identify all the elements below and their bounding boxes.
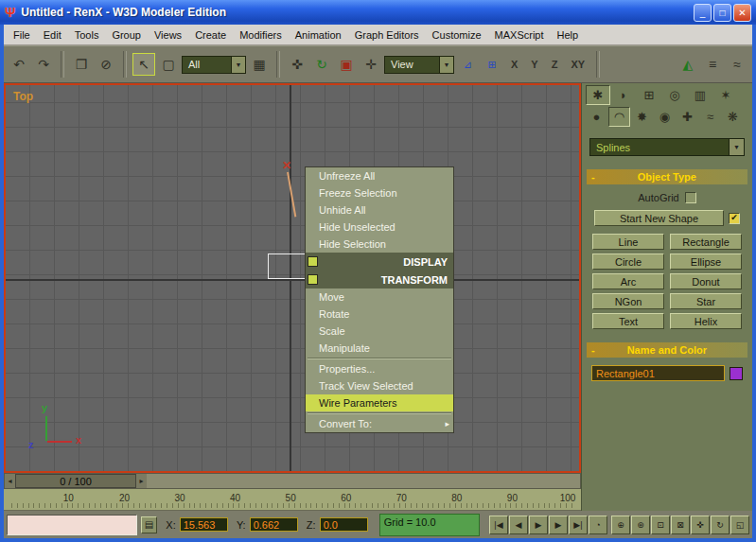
category-shapes-icon[interactable]: ◠ [608, 107, 630, 127]
time-configuration-icon[interactable]: ◔ [589, 516, 607, 534]
helix-button[interactable]: Helix [670, 313, 742, 329]
go-to-start-icon[interactable]: |◀ [489, 516, 508, 534]
mirror-icon[interactable]: ◭ [677, 53, 699, 76]
menu-customize[interactable]: Customize [426, 26, 488, 44]
arc-rotate-icon[interactable]: ↻ [711, 516, 730, 534]
menu-item-convert-to[interactable]: Convert To: ▸ [306, 415, 453, 432]
undo-icon[interactable]: ↶ [8, 53, 30, 76]
select-and-manipulate-icon[interactable]: ✛ [360, 53, 382, 76]
time-slider-left-arrow-icon[interactable]: ◂ [5, 474, 15, 488]
z-coordinate-field[interactable]: 0.0 [320, 517, 368, 532]
minimize-button[interactable]: _ [694, 4, 712, 22]
menu-graph-editors[interactable]: Graph Editors [348, 26, 426, 44]
restrict-x-button[interactable]: X [505, 53, 523, 76]
quad-header-display[interactable]: DISPLAY [306, 253, 453, 271]
mini-listener-icon[interactable]: ▤ [141, 516, 158, 533]
shape-type-dropdown[interactable]: Splines ▼ [589, 138, 745, 156]
restrict-z-button[interactable]: Z [546, 53, 564, 76]
select-object-icon[interactable]: ↖ [132, 53, 155, 76]
pan-icon[interactable]: ✜ [691, 516, 710, 534]
close-button[interactable]: ✕ [733, 4, 751, 22]
menu-help[interactable]: Help [551, 26, 586, 44]
menu-maxscript[interactable]: MAXScript [488, 26, 551, 44]
time-slider[interactable]: ◂ 0 / 100 ▸ [4, 473, 581, 489]
menu-create[interactable]: Create [188, 26, 233, 44]
menu-item-unfreeze-all[interactable]: Unfreeze All [306, 167, 453, 184]
menu-modifiers[interactable]: Modifiers [233, 26, 289, 44]
reference-coordinate-dropdown[interactable]: View ▼ [384, 56, 454, 74]
align-icon[interactable]: ≡ [701, 53, 724, 76]
category-cameras-icon[interactable]: ◉ [654, 107, 676, 127]
zoom-all-icon[interactable]: ⊛ [631, 516, 650, 534]
y-coordinate-field[interactable]: 0.662 [250, 517, 298, 532]
menu-item-properties[interactable]: Properties... [306, 360, 453, 377]
category-spacewarps-icon[interactable]: ≈ [699, 107, 721, 127]
start-new-shape-button[interactable]: Start New Shape [594, 210, 724, 226]
menu-item-wire-parameters[interactable]: Wire Parameters [306, 394, 453, 411]
autogrid-checkbox[interactable] [685, 192, 696, 203]
quad-header-transform[interactable]: TRANSFORM [306, 271, 453, 288]
menu-item-unhide-all[interactable]: Unhide All [306, 201, 453, 219]
menu-item-hide-unselected[interactable]: Hide Unselected [306, 219, 453, 236]
menu-file[interactable]: File [7, 26, 37, 44]
zoom-extents-icon[interactable]: ⊡ [651, 516, 670, 534]
menu-views[interactable]: Views [148, 26, 188, 44]
menu-animation[interactable]: Animation [289, 26, 348, 44]
object-name-field[interactable]: Rectangle01 [591, 365, 725, 381]
min-max-toggle-icon[interactable]: ◱ [730, 516, 749, 534]
menu-item-track-view-selected[interactable]: Track View Selected [306, 377, 453, 394]
tab-create-icon[interactable]: ✱ [586, 85, 610, 105]
select-and-scale-icon[interactable]: ▣ [335, 53, 358, 76]
viewport-label[interactable]: Top [13, 90, 33, 103]
next-frame-icon[interactable]: ▶ [549, 516, 568, 534]
maxscript-mini-listener[interactable] [7, 515, 137, 535]
redo-icon[interactable]: ↷ [32, 53, 55, 76]
time-slider-right-arrow-icon[interactable]: ▸ [136, 474, 147, 488]
tab-hierarchy-icon[interactable]: ⊞ [637, 85, 661, 105]
menu-item-freeze-selection[interactable]: Freeze Selection [306, 184, 453, 201]
menu-item-rotate[interactable]: Rotate [306, 306, 453, 323]
start-new-shape-checkbox[interactable]: ✔ [729, 213, 740, 224]
tab-display-icon[interactable]: ▥ [688, 85, 712, 105]
menu-tools[interactable]: Tools [68, 26, 106, 44]
use-pivot-center-icon[interactable]: ⊿ [456, 53, 479, 76]
select-and-rotate-icon[interactable]: ↻ [310, 53, 333, 76]
ellipse-button[interactable]: Ellipse [670, 254, 742, 270]
category-geometry-icon[interactable]: ● [586, 107, 607, 127]
rectangle-button[interactable]: Rectangle [670, 234, 742, 250]
viewport-top[interactable]: Top ✕ y x z [4, 83, 581, 473]
line-button[interactable]: Line [592, 234, 664, 250]
text-button[interactable]: Text [592, 313, 664, 329]
menu-item-scale[interactable]: Scale [306, 323, 453, 340]
select-and-move-icon[interactable]: ✜ [286, 53, 308, 76]
restrict-y-button[interactable]: Y [525, 53, 543, 76]
chevron-down-icon[interactable]: ▼ [729, 139, 744, 155]
menu-edit[interactable]: Edit [37, 26, 68, 44]
maximize-button[interactable]: □ [713, 4, 731, 22]
circle-button[interactable]: Circle [592, 254, 664, 270]
go-to-end-icon[interactable]: ▶| [569, 516, 588, 534]
category-lights-icon[interactable]: ✸ [631, 107, 653, 127]
menu-item-manipulate[interactable]: Manipulate [306, 340, 453, 357]
x-coordinate-field[interactable]: 15.563 [180, 517, 228, 532]
rectangular-selection-region-icon[interactable]: ▢ [157, 53, 180, 76]
play-animation-icon[interactable]: ▶ [529, 516, 548, 534]
unlink-selection-icon[interactable]: ⊘ [95, 53, 117, 76]
selection-filter-dropdown[interactable]: All ▼ [182, 56, 246, 74]
menu-item-hide-selection[interactable]: Hide Selection [306, 236, 453, 253]
tab-modify-icon[interactable]: ◗ [611, 85, 636, 105]
window-crossing-icon[interactable]: ▦ [248, 53, 271, 76]
category-helpers-icon[interactable]: ✚ [677, 107, 698, 127]
axis-constraint-icon[interactable]: ⊞ [481, 53, 503, 76]
rollout-object-type[interactable]: - Object Type [587, 169, 747, 184]
menu-item-move[interactable]: Move [306, 288, 453, 306]
track-bar[interactable]: 10 20 30 40 50 60 70 80 90 100 [4, 489, 581, 511]
time-slider-thumb[interactable]: 0 / 100 [15, 474, 136, 488]
chevron-down-icon[interactable]: ▼ [231, 57, 245, 73]
zoom-icon[interactable]: ⊕ [611, 516, 630, 534]
donut-button[interactable]: Donut [670, 273, 742, 289]
ngon-button[interactable]: NGon [592, 293, 664, 309]
arc-button[interactable]: Arc [592, 273, 664, 289]
zoom-region-icon[interactable]: ⊠ [671, 516, 690, 534]
category-systems-icon[interactable]: ❋ [722, 107, 744, 127]
